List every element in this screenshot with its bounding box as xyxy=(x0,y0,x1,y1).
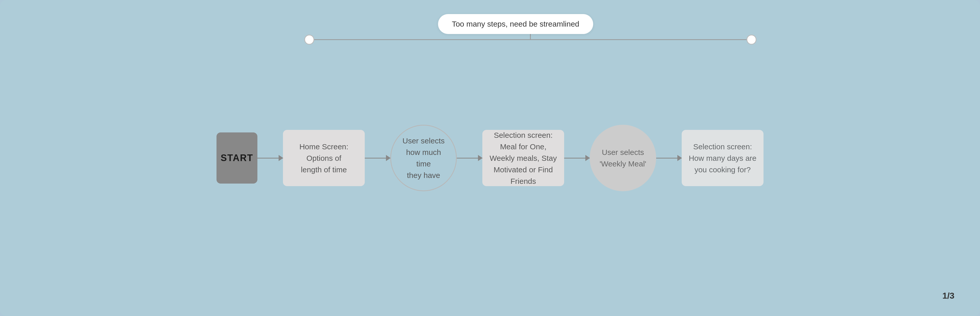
arrow-line-2 xyxy=(365,158,390,158)
user-selects-weekly-node: User selects 'Weekly Meal' xyxy=(590,125,656,191)
home-screen-text: Home Screen: Options of length of time xyxy=(299,141,348,176)
arrow-5 xyxy=(656,158,682,158)
arrow-line-4 xyxy=(564,158,590,158)
home-screen-node: Home Screen: Options of length of time xyxy=(283,130,365,186)
user-selects-weekly-text: User selects 'Weekly Meal' xyxy=(600,147,646,169)
start-block: START xyxy=(216,132,258,184)
svg-point-3 xyxy=(747,35,756,44)
main-canvas: Too many steps, need be streamlined STAR… xyxy=(0,0,980,316)
arrow-line-3 xyxy=(457,158,482,158)
selection-screen-1-text: Selection screen: Meal for One, Weekly m… xyxy=(490,129,557,187)
arrow-line-5 xyxy=(656,158,682,158)
selection-screen-1-node: Selection screen: Meal for One, Weekly m… xyxy=(482,130,564,186)
arrow-4 xyxy=(564,158,590,158)
page-indicator: 1/3 xyxy=(942,291,955,301)
selection-screen-2-node: Selection screen: How many days are you … xyxy=(682,130,764,186)
user-selects-time-node: User selects how much time they have xyxy=(390,125,457,191)
arrow-line-1 xyxy=(258,158,283,158)
flow-container: START Home Screen: Options of length of … xyxy=(216,125,764,191)
user-selects-time-text: User selects how much time they have xyxy=(399,135,448,181)
arrow-3 xyxy=(457,158,482,158)
arrow-1 xyxy=(258,158,283,158)
svg-point-2 xyxy=(305,35,314,44)
start-label: START xyxy=(221,153,253,163)
arrow-2 xyxy=(365,158,390,158)
selection-screen-2-text: Selection screen: How many days are you … xyxy=(689,141,756,176)
annotation-bubble: Too many steps, need be streamlined xyxy=(438,14,593,34)
